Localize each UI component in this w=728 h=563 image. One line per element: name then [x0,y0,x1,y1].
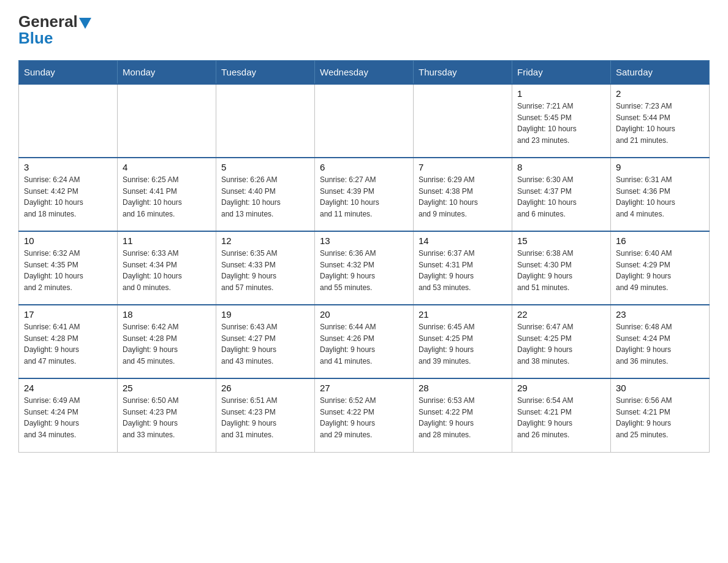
day-number: 27 [320,383,408,393]
day-number: 3 [24,162,112,172]
calendar-cell [315,84,414,158]
day-number: 12 [221,236,309,246]
day-info: Sunrise: 6:40 AM Sunset: 4:29 PM Dayligh… [616,248,704,293]
day-info: Sunrise: 6:49 AM Sunset: 4:24 PM Dayligh… [24,395,112,440]
day-info: Sunrise: 6:36 AM Sunset: 4:32 PM Dayligh… [320,248,408,293]
logo: General Blue [18,12,91,48]
day-info: Sunrise: 6:50 AM Sunset: 4:23 PM Dayligh… [123,395,211,440]
calendar-cell: 19Sunrise: 6:43 AM Sunset: 4:27 PM Dayli… [216,305,315,378]
day-info: Sunrise: 6:37 AM Sunset: 4:31 PM Dayligh… [419,248,507,293]
day-number: 26 [221,383,309,393]
day-number: 14 [419,236,507,246]
day-number: 17 [24,309,112,320]
weekday-header-wednesday: Wednesday [315,61,414,85]
calendar-week-3: 10Sunrise: 6:32 AM Sunset: 4:35 PM Dayli… [19,231,710,305]
logo-blue: Blue [18,29,53,48]
day-number: 20 [320,309,408,320]
day-info: Sunrise: 6:56 AM Sunset: 4:21 PM Dayligh… [616,395,704,440]
calendar-cell: 9Sunrise: 6:31 AM Sunset: 4:36 PM Daylig… [611,158,710,231]
day-number: 9 [616,162,704,172]
day-info: Sunrise: 6:35 AM Sunset: 4:33 PM Dayligh… [221,248,309,293]
calendar-cell: 2Sunrise: 7:23 AM Sunset: 5:44 PM Daylig… [611,84,710,158]
calendar-cell: 24Sunrise: 6:49 AM Sunset: 4:24 PM Dayli… [19,378,118,452]
day-info: Sunrise: 6:25 AM Sunset: 4:41 PM Dayligh… [123,174,211,220]
calendar-cell: 8Sunrise: 6:30 AM Sunset: 4:37 PM Daylig… [512,158,611,231]
calendar-cell: 5Sunrise: 6:26 AM Sunset: 4:40 PM Daylig… [216,158,315,231]
calendar-cell: 30Sunrise: 6:56 AM Sunset: 4:21 PM Dayli… [611,378,710,452]
day-number: 4 [123,162,211,172]
calendar-cell: 4Sunrise: 6:25 AM Sunset: 4:41 PM Daylig… [118,158,216,231]
day-info: Sunrise: 6:44 AM Sunset: 4:26 PM Dayligh… [320,321,408,367]
calendar-cell: 20Sunrise: 6:44 AM Sunset: 4:26 PM Dayli… [315,305,414,378]
day-info: Sunrise: 6:54 AM Sunset: 4:21 PM Dayligh… [517,395,605,440]
calendar-cell: 26Sunrise: 6:51 AM Sunset: 4:23 PM Dayli… [216,378,315,452]
day-info: Sunrise: 6:51 AM Sunset: 4:23 PM Dayligh… [221,395,309,440]
calendar-cell: 14Sunrise: 6:37 AM Sunset: 4:31 PM Dayli… [414,231,512,305]
day-info: Sunrise: 7:23 AM Sunset: 5:44 PM Dayligh… [616,101,704,146]
day-info: Sunrise: 6:53 AM Sunset: 4:22 PM Dayligh… [419,395,507,440]
calendar-week-1: 1Sunrise: 7:21 AM Sunset: 5:45 PM Daylig… [19,84,710,158]
day-info: Sunrise: 6:29 AM Sunset: 4:38 PM Dayligh… [419,174,507,220]
day-info: Sunrise: 6:26 AM Sunset: 4:40 PM Dayligh… [221,174,309,220]
calendar-cell: 7Sunrise: 6:29 AM Sunset: 4:38 PM Daylig… [414,158,512,231]
calendar-cell: 3Sunrise: 6:24 AM Sunset: 4:42 PM Daylig… [19,158,118,231]
calendar-cell: 25Sunrise: 6:50 AM Sunset: 4:23 PM Dayli… [118,378,216,452]
calendar-cell: 1Sunrise: 7:21 AM Sunset: 5:45 PM Daylig… [512,84,611,158]
day-info: Sunrise: 6:24 AM Sunset: 4:42 PM Dayligh… [24,174,112,220]
weekday-header-thursday: Thursday [414,61,512,85]
day-number: 16 [616,236,704,246]
day-number: 1 [517,88,605,99]
day-info: Sunrise: 6:47 AM Sunset: 4:25 PM Dayligh… [517,321,605,367]
calendar-cell: 22Sunrise: 6:47 AM Sunset: 4:25 PM Dayli… [512,305,611,378]
calendar-cell [216,84,315,158]
day-number: 5 [221,162,309,172]
calendar-cell: 10Sunrise: 6:32 AM Sunset: 4:35 PM Dayli… [19,231,118,305]
day-number: 13 [320,236,408,246]
calendar-cell: 29Sunrise: 6:54 AM Sunset: 4:21 PM Dayli… [512,378,611,452]
calendar-week-2: 3Sunrise: 6:24 AM Sunset: 4:42 PM Daylig… [19,158,710,231]
calendar-cell: 21Sunrise: 6:45 AM Sunset: 4:25 PM Dayli… [414,305,512,378]
day-number: 30 [616,383,704,393]
calendar-cell: 6Sunrise: 6:27 AM Sunset: 4:39 PM Daylig… [315,158,414,231]
calendar-table: SundayMondayTuesdayWednesdayThursdayFrid… [18,60,710,453]
weekday-header-row: SundayMondayTuesdayWednesdayThursdayFrid… [19,61,710,85]
day-number: 7 [419,162,507,172]
weekday-header-sunday: Sunday [19,61,118,85]
day-number: 28 [419,383,507,393]
weekday-header-tuesday: Tuesday [216,61,315,85]
day-info: Sunrise: 6:32 AM Sunset: 4:35 PM Dayligh… [24,248,112,293]
day-info: Sunrise: 6:30 AM Sunset: 4:37 PM Dayligh… [517,174,605,220]
calendar-cell [19,84,118,158]
weekday-header-saturday: Saturday [611,61,710,85]
day-number: 8 [517,162,605,172]
calendar-cell: 28Sunrise: 6:53 AM Sunset: 4:22 PM Dayli… [414,378,512,452]
day-info: Sunrise: 7:21 AM Sunset: 5:45 PM Dayligh… [517,101,605,146]
day-number: 21 [419,309,507,320]
day-number: 11 [123,236,211,246]
weekday-header-monday: Monday [118,61,216,85]
day-number: 25 [123,383,211,393]
day-number: 10 [24,236,112,246]
day-info: Sunrise: 6:41 AM Sunset: 4:28 PM Dayligh… [24,321,112,367]
calendar-cell [118,84,216,158]
day-number: 6 [320,162,408,172]
day-number: 2 [616,88,704,99]
day-number: 23 [616,309,704,320]
page-header: General Blue [18,12,710,48]
calendar-cell: 12Sunrise: 6:35 AM Sunset: 4:33 PM Dayli… [216,231,315,305]
day-number: 22 [517,309,605,320]
calendar-cell: 15Sunrise: 6:38 AM Sunset: 4:30 PM Dayli… [512,231,611,305]
day-info: Sunrise: 6:45 AM Sunset: 4:25 PM Dayligh… [419,321,507,367]
day-info: Sunrise: 6:31 AM Sunset: 4:36 PM Dayligh… [616,174,704,220]
calendar-cell: 17Sunrise: 6:41 AM Sunset: 4:28 PM Dayli… [19,305,118,378]
day-number: 15 [517,236,605,246]
day-info: Sunrise: 6:48 AM Sunset: 4:24 PM Dayligh… [616,321,704,367]
calendar-cell [414,84,512,158]
logo-triangle-icon [79,18,91,29]
calendar-week-4: 17Sunrise: 6:41 AM Sunset: 4:28 PM Dayli… [19,305,710,378]
day-info: Sunrise: 6:43 AM Sunset: 4:27 PM Dayligh… [221,321,309,367]
calendar-cell: 18Sunrise: 6:42 AM Sunset: 4:28 PM Dayli… [118,305,216,378]
day-info: Sunrise: 6:38 AM Sunset: 4:30 PM Dayligh… [517,248,605,293]
day-info: Sunrise: 6:27 AM Sunset: 4:39 PM Dayligh… [320,174,408,220]
weekday-header-friday: Friday [512,61,611,85]
